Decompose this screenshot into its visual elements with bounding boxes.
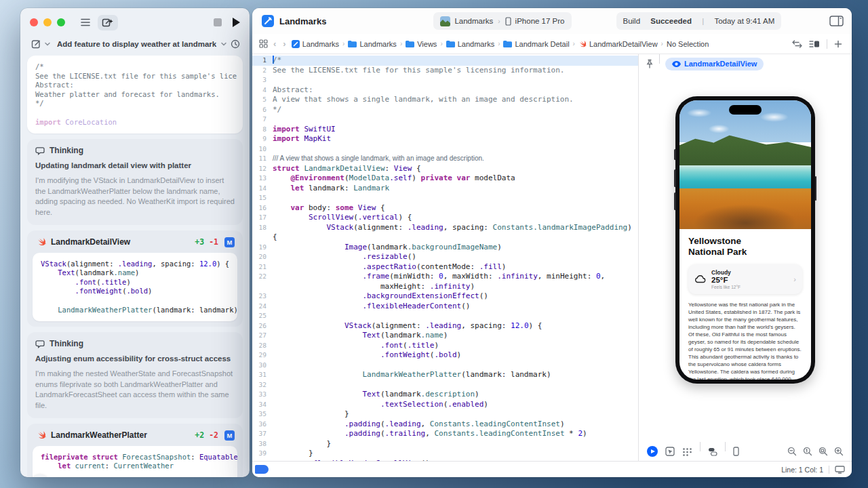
breadcrumb-item[interactable]: Landmarks [292, 40, 339, 48]
editor-line[interactable]: 40 .flexibleHeaderScrollView() [252, 459, 638, 462]
editor-line[interactable]: 19 Image(landmark.backgroundImageName) [252, 243, 638, 253]
file-change-header[interactable]: LandmarkWeatherPlatter +2 -2 M [33, 429, 237, 446]
breakpoint-tag[interactable] [255, 465, 269, 474]
license-code-block[interactable]: /*See the LICENSE.txt file for this samp… [27, 56, 243, 134]
editor-line[interactable]: 7 [252, 115, 638, 125]
zoom-100-button[interactable] [803, 447, 812, 456]
forward-button[interactable]: › [281, 39, 287, 49]
line-number[interactable]: 11 [252, 154, 273, 164]
new-chat-sparkle-button[interactable] [98, 15, 118, 30]
editor-line[interactable]: 9import MapKit [252, 134, 638, 144]
file-diff-code-block[interactable]: fileprivate struct ForecastSnapshot: Equ… [33, 446, 237, 477]
live-preview-button[interactable] [647, 446, 658, 457]
editor-line[interactable]: 2See the LICENSE.txt file for this sampl… [252, 66, 638, 76]
line-number[interactable]: 28 [252, 341, 273, 351]
editor-line[interactable]: 11/// A view that shows a single landmar… [252, 154, 638, 164]
line-number[interactable]: 2 [252, 66, 273, 76]
file-change-header[interactable]: LandmarkDetailView +3 -1 M [33, 236, 237, 253]
editor-line[interactable]: 36 .padding(.leading, Constants.leadingC… [252, 420, 638, 430]
editor-line[interactable]: 3 [252, 75, 638, 85]
editor-line[interactable]: 8import SwiftUI [252, 125, 638, 135]
inspector-toggle-icon[interactable] [829, 16, 844, 26]
line-number[interactable]: 33 [252, 390, 273, 400]
editor-line[interactable]: 38 } [252, 439, 638, 449]
editor-line[interactable]: 30 [252, 361, 638, 371]
selectable-mode-button[interactable] [665, 447, 675, 456]
editor-line[interactable]: 10 [252, 144, 638, 155]
line-number[interactable]: 13 [252, 174, 273, 184]
breadcrumb-item[interactable]: Landmark Detail [503, 40, 569, 48]
editor-line[interactable]: 20 .resizable() [252, 252, 638, 262]
editor-line[interactable]: 23 .backgroundExtensionEffect() [252, 291, 638, 302]
editor-line[interactable]: 1/* [252, 56, 638, 66]
editor-line[interactable]: 35 } [252, 409, 638, 420]
line-number[interactable]: 22 [252, 272, 273, 291]
line-number[interactable]: 25 [252, 311, 273, 321]
line-number[interactable]: 1 [252, 56, 273, 66]
line-number[interactable]: 5 [252, 95, 273, 105]
swap-editor-icon[interactable] [792, 40, 802, 48]
weather-platter[interactable]: Cloudy 25°F Feels like 12°F › [688, 264, 802, 294]
variants-mode-button[interactable] [682, 447, 692, 456]
line-number[interactable]: 16 [252, 203, 273, 214]
back-button[interactable]: ‹ [272, 39, 277, 49]
editor-line[interactable]: 13 @Environment(ModelData.self) private … [252, 174, 638, 184]
activity-view[interactable]: Build Succeeded | Today at 9:41 AM [616, 12, 782, 30]
editor-line[interactable]: 17 ScrollView(.vertical) { [252, 213, 638, 223]
source-editor[interactable]: 1/*2See the LICENSE.txt file for this sa… [252, 54, 638, 461]
editor-options-icon[interactable] [809, 40, 820, 48]
editor-line[interactable]: 29 .fontWeight(.bold) [252, 350, 638, 361]
editor-line[interactable]: 12struct LandmarkDetailView: View { [252, 164, 638, 174]
thread-list-icon[interactable] [80, 18, 91, 27]
editor-line[interactable]: 39 } [252, 449, 638, 459]
line-number[interactable]: 8 [252, 125, 273, 135]
line-number[interactable]: 20 [252, 252, 273, 262]
editor-line[interactable]: 37 .padding(.trailing, Constants.leading… [252, 429, 638, 439]
editor-line[interactable]: 5A view that shows a single landmark, wi… [252, 95, 638, 105]
line-number[interactable]: 38 [252, 439, 273, 449]
compose-icon[interactable] [31, 39, 41, 49]
line-number[interactable]: 18 [252, 223, 273, 243]
line-number[interactable]: 40 [252, 459, 273, 462]
chevron-down-icon[interactable] [221, 42, 226, 46]
line-number[interactable]: 31 [252, 370, 273, 380]
preview-target-pill[interactable]: LandmarkDetailView [665, 58, 764, 70]
breadcrumb-item[interactable]: Landmarks [446, 40, 494, 48]
line-number[interactable]: 17 [252, 213, 273, 223]
editor-line[interactable]: 33 Text(landmark.description) [252, 390, 638, 400]
editor-line[interactable]: 16 var body: some View { [252, 203, 638, 214]
line-number[interactable]: 30 [252, 361, 273, 371]
run-button[interactable] [233, 18, 240, 27]
editor-line[interactable]: 31 LandmarkWeatherPlatter(landmark: land… [252, 370, 638, 380]
line-number[interactable]: 29 [252, 350, 273, 361]
editor-line[interactable]: 4Abstract: [252, 85, 638, 96]
zoom-in-button[interactable] [834, 447, 844, 456]
line-number[interactable]: 14 [252, 184, 273, 194]
iphone-preview[interactable]: Yellowstone National Park Cloudy 25°F Fe [675, 96, 815, 384]
thinking-card-1[interactable]: Thinking Updating landmark detail view w… [27, 139, 243, 224]
zoom-to-fit-button[interactable] [818, 447, 828, 456]
add-editor-icon[interactable] [834, 40, 842, 48]
stop-button[interactable] [214, 18, 222, 26]
line-number[interactable]: 3 [252, 75, 273, 85]
editor-line[interactable]: 15 [252, 193, 638, 203]
device-settings-button[interactable] [733, 447, 739, 456]
breadcrumb-item[interactable]: No Selection [667, 40, 709, 48]
editor-line[interactable]: 32 [252, 380, 638, 390]
line-number[interactable]: 19 [252, 243, 273, 253]
line-number[interactable]: 21 [252, 262, 273, 272]
line-number[interactable]: 34 [252, 400, 273, 410]
editor-line[interactable]: 6*/ [252, 105, 638, 115]
line-number[interactable]: 37 [252, 429, 273, 439]
color-scheme-button[interactable] [708, 447, 717, 456]
display-icon[interactable] [835, 466, 845, 474]
line-number[interactable]: 7 [252, 115, 273, 125]
line-number[interactable]: 36 [252, 420, 273, 430]
zoom-out-button[interactable] [787, 447, 797, 456]
scheme-selector[interactable]: Landmarks › iPhone 17 Pro [433, 12, 571, 30]
line-number[interactable]: 27 [252, 331, 273, 341]
zoom-window-button[interactable] [57, 18, 65, 26]
line-number[interactable]: 24 [252, 302, 273, 312]
related-items-icon[interactable] [259, 39, 268, 48]
editor-line[interactable]: 14 let landmark: Landmark [252, 184, 638, 194]
